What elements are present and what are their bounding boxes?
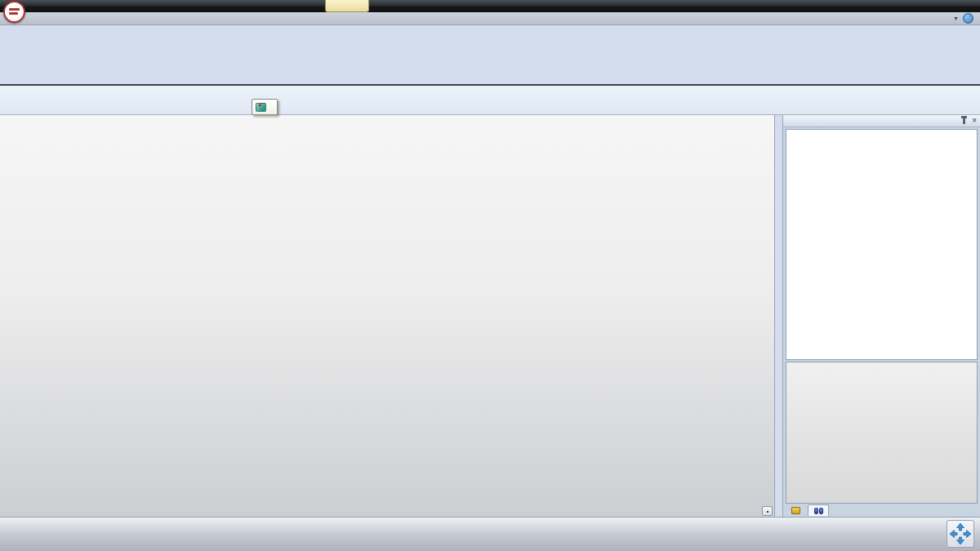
viewport-corner-button[interactable]	[762, 506, 773, 516]
tooltip	[252, 99, 278, 115]
pan-arrows-icon	[947, 521, 973, 547]
pan-widget[interactable]	[947, 520, 974, 548]
menu-bar: ▼	[0, 12, 980, 25]
preview-pane	[786, 362, 978, 504]
bearbeitungen-panel: ×	[782, 115, 980, 517]
preview-tabs	[783, 504, 980, 517]
status-bar	[0, 517, 980, 551]
config-tab[interactable]	[325, 0, 369, 12]
binoculars-icon	[814, 508, 823, 514]
megacad-window: ▼ ×	[0, 0, 980, 551]
panel-header: ×	[783, 115, 980, 127]
chevron-down-icon[interactable]: ▼	[953, 16, 959, 21]
3d-viewport[interactable]	[0, 115, 775, 517]
folder-icon	[791, 507, 800, 514]
toolbar-row-1	[0, 86, 980, 100]
skin-leitprofilen-icon	[256, 103, 266, 112]
preview-thumbnail	[786, 362, 969, 503]
ribbon-divider	[0, 84, 980, 86]
main-area: ×	[0, 115, 980, 517]
title-bar	[0, 0, 980, 12]
menu-right: ▼	[949, 12, 980, 24]
close-icon[interactable]: ×	[972, 117, 977, 125]
tab-preview[interactable]	[808, 504, 829, 516]
pin-icon[interactable]	[963, 118, 965, 124]
bellows-model	[0, 115, 774, 517]
toolbar-row-2	[0, 100, 980, 115]
help-button[interactable]	[963, 13, 973, 24]
toolbar	[0, 86, 980, 115]
megacad-logo-icon[interactable]	[3, 1, 25, 23]
tab-properties[interactable]	[785, 504, 806, 516]
feature-tree	[786, 129, 978, 360]
ribbon	[0, 25, 980, 84]
